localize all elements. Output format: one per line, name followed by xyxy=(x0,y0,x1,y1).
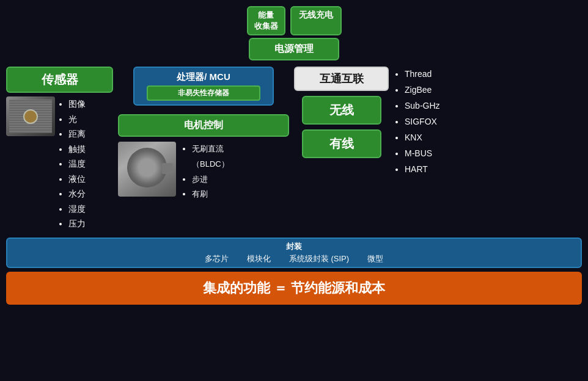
list-item: Thread xyxy=(405,67,458,82)
interconnect-header: 互通互联 xyxy=(294,67,389,91)
motor-section: 电机控制 无刷直流（BLDC） 步进 有刷 xyxy=(118,114,289,202)
sensor-image xyxy=(6,96,55,136)
motor-content: 无刷直流（BLDC） 步进 有刷 xyxy=(118,142,289,202)
packaging-item: 模块化 xyxy=(247,253,271,264)
wireless-charge-box: 无线充电 xyxy=(290,6,342,35)
list-item: SIGFOX xyxy=(405,114,458,130)
motor-label: 电机控制 xyxy=(118,114,289,137)
list-item: 有刷 xyxy=(192,187,229,202)
list-item: 液位 xyxy=(68,172,86,187)
main-container: 能量收集器 无线充电 电源管理 传感器 图像 光 距离 触摸 温度 液位 水分 … xyxy=(0,0,588,381)
list-item: 压力 xyxy=(68,216,86,231)
list-item: 温度 xyxy=(68,156,86,172)
list-item: 光 xyxy=(68,112,86,127)
list-item: HART xyxy=(405,162,458,178)
list-item: 步进 xyxy=(192,172,229,187)
list-item: 湿度 xyxy=(68,201,86,217)
wireless-button[interactable]: 无线 xyxy=(302,96,381,125)
list-item: ZigBee xyxy=(405,82,458,98)
power-section: 能量收集器 无线充电 电源管理 xyxy=(6,6,582,64)
list-item: 水分 xyxy=(68,186,86,201)
footer-bar: 集成的功能 ＝ 节约能源和成本 xyxy=(6,272,582,305)
list-item: 图像 xyxy=(68,96,86,112)
wired-button[interactable]: 有线 xyxy=(302,129,381,158)
packaging-item: 微型 xyxy=(367,253,383,264)
motor-list: 无刷直流（BLDC） 步进 有刷 xyxy=(182,142,229,202)
motor-image xyxy=(118,142,176,197)
interconnect-column: 互通互联 无线 有线 xyxy=(294,67,389,158)
list-item: 无刷直流（BLDC） xyxy=(192,142,229,172)
list-item: KNX xyxy=(405,130,458,146)
mcu-label: 处理器/ MCU xyxy=(177,71,230,82)
mcu-box: 处理器/ MCU 非易失性存储器 xyxy=(133,67,274,106)
energy-harvester-box: 能量收集器 xyxy=(247,6,285,35)
top-small-boxes: 能量收集器 无线充电 xyxy=(247,6,342,35)
sensor-label: 传感器 xyxy=(6,67,113,93)
packaging-section: 封装 多芯片 模块化 系统级封装 (SIP) 微型 xyxy=(6,238,582,268)
list-item: 触摸 xyxy=(68,142,86,157)
protocol-list: Thread ZigBee Sub-GHz SIGFOX KNX M-BUS H… xyxy=(394,67,458,177)
sensor-row: 图像 光 距离 触摸 温度 液位 水分 湿度 压力 xyxy=(6,96,86,231)
packaging-box: 封装 多芯片 模块化 系统级封装 (SIP) 微型 xyxy=(6,238,582,268)
packaging-item: 多芯片 xyxy=(205,253,229,264)
list-item: 距离 xyxy=(68,126,86,142)
packaging-title: 封装 xyxy=(7,241,581,252)
sensor-list: 图像 光 距离 触摸 温度 液位 水分 湿度 压力 xyxy=(57,96,86,231)
mcu-sublabel: 非易失性存储器 xyxy=(147,85,260,101)
middle-section: 传感器 图像 光 距离 触摸 温度 液位 水分 湿度 压力 处理器/ MCU xyxy=(6,67,582,231)
sensor-column: 传感器 图像 光 距离 触摸 温度 液位 水分 湿度 压力 xyxy=(6,67,113,231)
packaging-items: 多芯片 模块化 系统级封装 (SIP) 微型 xyxy=(7,253,581,264)
packaging-item: 系统级封装 (SIP) xyxy=(289,253,349,264)
center-column: 处理器/ MCU 非易失性存储器 电机控制 无刷直流（BLDC） 步进 有刷 xyxy=(118,67,289,202)
list-item: M-BUS xyxy=(405,146,458,162)
list-item: Sub-GHz xyxy=(405,98,458,114)
power-mgmt-box: 电源管理 xyxy=(249,38,339,60)
